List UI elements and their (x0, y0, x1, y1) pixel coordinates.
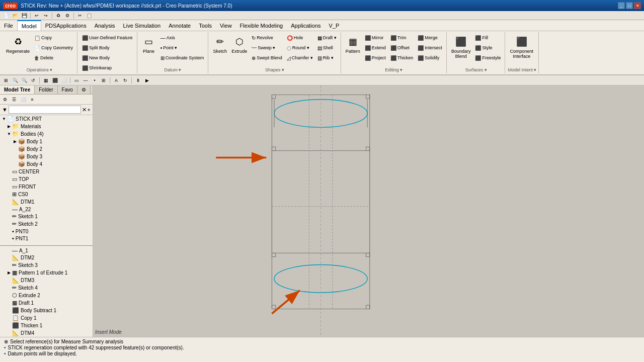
annotation-btn[interactable]: A (112, 76, 120, 84)
tree-expand-btn[interactable]: ⬜ (19, 96, 27, 103)
pause-btn[interactable]: ⏸ (134, 76, 142, 84)
view-edges-btn[interactable]: ⬜ (60, 76, 68, 84)
viewport[interactable]: Insert Mode (93, 85, 644, 337)
solidify-btn[interactable]: ⬛ Solidify (416, 53, 444, 62)
shell-btn[interactable]: ▤ Shell (315, 43, 339, 52)
split-body-btn[interactable]: ⬛ Split Body (80, 43, 135, 52)
datum-axis-btn[interactable]: — (82, 76, 90, 84)
tree-item-a1[interactable]: — A_1 (0, 247, 93, 254)
undo-button[interactable]: ↩ (33, 12, 41, 19)
tree-item-extrude2[interactable]: ⬡ Extrude 2 (0, 292, 93, 299)
settings-button[interactable]: ⚙ (63, 12, 71, 19)
style-btn[interactable]: ⬛ Style (473, 43, 503, 52)
zoom-in-btn[interactable]: 🔍 (11, 76, 19, 84)
tree-item-sketch4[interactable]: ✏ Sketch 4 (0, 284, 93, 292)
tree-item-dtm2[interactable]: 📐 DTM2 (0, 254, 93, 261)
close-button[interactable]: ✕ (634, 2, 641, 9)
toggle-icon[interactable]: ▼ (6, 132, 12, 136)
new-button[interactable]: 📄 (2, 12, 10, 19)
tree-item-front[interactable]: ▭ FRONT (0, 183, 93, 191)
datum-plane-btn[interactable]: ▭ (72, 76, 80, 84)
copy-button[interactable]: 📋 (85, 12, 93, 19)
tree-more-btn[interactable]: ≡ (28, 96, 36, 103)
delete-btn[interactable]: 🗑 Delete (32, 53, 75, 62)
regenerate-button[interactable]: ♻ (54, 12, 62, 19)
view-shading-btn[interactable]: ⬛ (51, 76, 59, 84)
swept-blend-btn[interactable]: ⊕ Swept Blend (250, 53, 284, 62)
save-button[interactable]: 💾 (20, 12, 28, 19)
tree-item-thicken1[interactable]: ⬛ Thicken 1 (0, 322, 93, 329)
tree-item-top[interactable]: ▭ TOP (0, 175, 93, 183)
menu-livesim[interactable]: Live Simulation (119, 20, 165, 31)
zoom-fit-btn[interactable]: ⊞ (2, 76, 10, 84)
intersect-btn[interactable]: ⬛ Intersect (416, 43, 444, 52)
menu-tools[interactable]: Tools (195, 20, 216, 31)
tree-item-dtm4[interactable]: 📐 DTM4 (0, 329, 93, 337)
tree-item-pnt1[interactable]: • PNT1 (0, 235, 93, 242)
spin-btn[interactable]: ↻ (121, 76, 129, 84)
cut-button[interactable]: ✂ (76, 12, 84, 19)
copy-ribbon-btn[interactable]: 📋 Copy (32, 33, 75, 42)
sweep-btn[interactable]: 〰 Sweep ▾ (250, 43, 284, 52)
maximize-button[interactable]: □ (626, 2, 633, 9)
tree-item-dtm1[interactable]: 📐 DTM1 (0, 198, 93, 206)
round-btn[interactable]: ◌ Round ▾ (285, 43, 315, 52)
shrinkwrap-btn[interactable]: ⬛ Shrinkwrap (80, 63, 135, 72)
rib-btn[interactable]: ▥ Rib ▾ (315, 53, 339, 62)
tree-item-body2[interactable]: 📦 Body 2 (0, 145, 93, 153)
hole-btn[interactable]: ⭕ Hole (285, 33, 315, 42)
tree-item-dtm3[interactable]: 📐 DTM3 (0, 277, 93, 284)
rotate-btn[interactable]: ↺ (29, 76, 37, 84)
minimize-button[interactable]: _ (618, 2, 625, 9)
tree-list-btn[interactable]: ☰ (10, 96, 18, 103)
tree-item-body4[interactable]: 📦 Body 4 (0, 160, 93, 168)
revolve-btn[interactable]: ↻ Revolve (250, 33, 284, 42)
search-input[interactable] (9, 106, 81, 114)
menu-pds[interactable]: PDSApplications (41, 20, 91, 31)
redo-button[interactable]: ↪ (42, 12, 50, 19)
freestyle-btn[interactable]: ⬛ Freestyle (473, 53, 503, 62)
menu-model[interactable]: Model (17, 20, 41, 31)
tree-item-draft1[interactable]: ▦ Draft 1 (0, 299, 93, 307)
tab-folder[interactable]: Folder (35, 85, 57, 94)
tree-item-pattern1[interactable]: ▶ ▦ Pattern 1 of Extrude 1 (0, 269, 93, 277)
play-btn[interactable]: ▶ (143, 76, 151, 84)
add-filter-btn[interactable]: + (88, 107, 91, 113)
menu-applications[interactable]: Applications (287, 20, 325, 31)
tree-item-materials[interactable]: ▶ 📁 Materials (0, 123, 93, 130)
settings-icon-tab[interactable]: ⚙ (77, 85, 91, 94)
new-body-btn[interactable]: ⬛ New Body (80, 53, 135, 62)
menu-annotate[interactable]: Annotate (165, 20, 195, 31)
menu-analysis[interactable]: Analysis (91, 20, 119, 31)
tree-item-bodies[interactable]: ▼ 📁 Bodies (4) (0, 130, 93, 138)
boundary-blend-btn[interactable]: ⬛ BoundaryBlend (449, 33, 473, 60)
extrude-btn[interactable]: ⬡ Extrude (229, 33, 249, 55)
thicken-btn[interactable]: ⬛ Thicken (388, 53, 416, 62)
tree-item-sketch1[interactable]: ✏ Sketch 1 (0, 213, 93, 220)
project-btn[interactable]: ⬛ Project (363, 53, 388, 62)
tree-settings-btn[interactable]: ⚙ (1, 96, 9, 103)
toggle-icon[interactable]: ▶ (12, 139, 18, 144)
tree-item-stick-prt[interactable]: ▼ 📄 STICK.PRT (0, 115, 93, 123)
copy-geom-btn[interactable]: 📄 Copy Geometry (32, 43, 75, 52)
component-interface-btn[interactable]: ⬛ ComponentInterface (508, 33, 535, 60)
toggle-icon[interactable]: ▶ (6, 124, 12, 129)
open-button[interactable]: 📂 (11, 12, 19, 19)
pattern-btn[interactable]: ▦ Pattern (344, 33, 362, 55)
axis-btn[interactable]: — Axis (158, 33, 206, 42)
regenerate-ribbon-btn[interactable]: ♻ Regenerate (4, 33, 32, 55)
tree-item-bodysubtract1[interactable]: ⬛ Body Subtract 1 (0, 307, 93, 314)
view-orient-btn[interactable]: ▦ (42, 76, 50, 84)
extend-btn[interactable]: ⬛ Extend (363, 43, 388, 52)
toggle-icon[interactable]: ▼ (1, 117, 7, 121)
tree-item-pnt0[interactable]: • PNT0 (0, 228, 93, 235)
plane-btn[interactable]: ▭ Plane (140, 33, 158, 55)
tree-item-a22[interactable]: — A_22 (0, 206, 93, 213)
chamfer-btn[interactable]: ◿ Chamfer ▾ (285, 53, 315, 62)
offset-btn[interactable]: ⬛ Offset (388, 43, 416, 52)
tree-item-sketch2[interactable]: ✏ Sketch 2 (0, 220, 93, 228)
zoom-out-btn[interactable]: 🔍 (20, 76, 28, 84)
coord-btn[interactable]: ⊞ Coordinate System (158, 53, 206, 62)
tree-item-sketch3[interactable]: ✏ Sketch 3 (0, 261, 93, 269)
tab-model-tree[interactable]: Model Tree (0, 85, 35, 94)
